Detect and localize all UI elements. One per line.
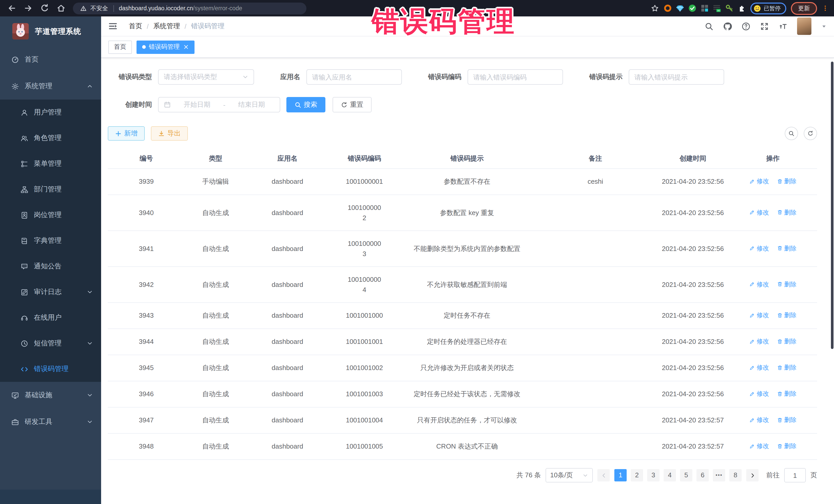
- page-scrollbar[interactable]: [831, 62, 833, 349]
- pager-page-4[interactable]: 4: [664, 469, 676, 481]
- edit-link[interactable]: 修改: [749, 337, 769, 346]
- start-date-placeholder[interactable]: 开始日期: [174, 100, 220, 109]
- forward-icon[interactable]: [24, 4, 33, 13]
- fullscreen-icon[interactable]: [760, 22, 769, 30]
- app-name-input[interactable]: [306, 69, 402, 85]
- help-icon[interactable]: [742, 22, 750, 30]
- close-icon[interactable]: [183, 44, 189, 50]
- pager-page-2[interactable]: 2: [631, 469, 643, 481]
- search-icon[interactable]: [705, 22, 714, 30]
- browser-update-button[interactable]: 更新: [791, 2, 817, 15]
- extension-gem-icon[interactable]: [676, 4, 684, 12]
- sidebar-item-user[interactable]: 用户管理: [0, 100, 101, 125]
- edit-link[interactable]: 修改: [749, 177, 769, 186]
- edit-link[interactable]: 修改: [749, 207, 769, 217]
- filter-error-type: 错误码类型 请选择错误码类型: [108, 69, 254, 85]
- delete-link[interactable]: 删除: [777, 243, 796, 253]
- next-page-button[interactable]: [746, 469, 759, 481]
- end-date-placeholder[interactable]: 结束日期: [228, 100, 275, 109]
- pager-page-8[interactable]: 8: [729, 469, 742, 481]
- back-icon[interactable]: [7, 4, 17, 13]
- sidebar-logo[interactable]: 芋道管理系统: [0, 17, 101, 46]
- toggle-search-button[interactable]: [785, 127, 798, 140]
- extension-puzzle-icon[interactable]: [738, 4, 746, 12]
- pager-page-1[interactable]: 1: [614, 469, 627, 481]
- chevron-down-icon[interactable]: [821, 23, 827, 29]
- sidebar-item-notice[interactable]: 通知公告: [0, 254, 101, 279]
- sidebar-item-sms[interactable]: 短信管理: [0, 330, 101, 356]
- profile-paused-badge[interactable]: 已暂停: [750, 2, 786, 14]
- edit-link[interactable]: 修改: [749, 243, 769, 253]
- pager-more-icon[interactable]: •••: [713, 469, 725, 481]
- browser-menu-icon[interactable]: [822, 4, 829, 12]
- delete-link[interactable]: 删除: [777, 389, 796, 398]
- delete-link[interactable]: 删除: [777, 363, 796, 372]
- cell-id: 3948: [108, 434, 185, 460]
- sidebar-item-online[interactable]: 在线用户: [0, 305, 101, 330]
- edit-link[interactable]: 修改: [749, 363, 769, 372]
- extension-greenv-icon[interactable]: [688, 4, 697, 12]
- edit-link[interactable]: 修改: [749, 280, 769, 289]
- tab-错误码管理[interactable]: 错误码管理: [136, 40, 195, 53]
- security-label[interactable]: 不安全: [90, 4, 108, 12]
- add-button[interactable]: 新增: [108, 126, 145, 140]
- edit-link[interactable]: 修改: [749, 415, 769, 424]
- delete-link[interactable]: 删除: [777, 280, 796, 289]
- address-bar[interactable]: 不安全 dashboard.yudao.iocoder.cn/system/er…: [73, 2, 306, 14]
- delete-link[interactable]: 删除: [777, 415, 796, 424]
- goto-page-input[interactable]: [784, 468, 806, 482]
- hamburger-icon[interactable]: [108, 22, 117, 31]
- github-icon[interactable]: [723, 22, 732, 30]
- sidebar-item-errcode[interactable]: 错误码管理: [0, 356, 101, 382]
- delete-link[interactable]: 删除: [777, 207, 796, 217]
- error-tip-input[interactable]: [629, 69, 724, 85]
- sidebar-item-system[interactable]: 系统管理: [0, 73, 101, 100]
- breadcrumb-item[interactable]: 系统管理: [153, 22, 180, 31]
- sidebar-item-post[interactable]: 岗位管理: [0, 202, 101, 228]
- delete-link[interactable]: 删除: [777, 177, 796, 186]
- fontsize-icon[interactable]: [778, 22, 787, 30]
- cell-app-name: dashboard: [246, 195, 328, 231]
- page-size-select[interactable]: 10条/页: [546, 468, 593, 482]
- date-range-picker[interactable]: 开始日期 - 结束日期: [158, 97, 280, 112]
- tab-首页[interactable]: 首页: [108, 40, 132, 53]
- extension-grid-icon[interactable]: [701, 4, 709, 12]
- edit-link[interactable]: 修改: [749, 389, 769, 398]
- sidebar-item-dept[interactable]: 部门管理: [0, 177, 101, 202]
- extension-key-icon[interactable]: [725, 4, 733, 12]
- sidebar-item-home[interactable]: 首页: [0, 46, 101, 73]
- pager-page-3[interactable]: 3: [647, 469, 659, 481]
- search-button[interactable]: 搜索: [286, 97, 325, 112]
- reload-icon[interactable]: [40, 4, 49, 13]
- home-icon[interactable]: [57, 4, 66, 13]
- error-type-select[interactable]: 请选择错误码类型: [158, 69, 254, 85]
- avatar[interactable]: [797, 18, 811, 35]
- delete-link[interactable]: 删除: [777, 337, 796, 346]
- cell-error-code: 1001001004: [328, 407, 400, 434]
- sidebar-collapse-bar[interactable]: [0, 490, 101, 504]
- edit-link[interactable]: 修改: [749, 441, 769, 451]
- edit-link[interactable]: 修改: [749, 310, 769, 320]
- cell-error-tip: 定时任务已经处于该状态，无需修改: [400, 381, 534, 407]
- pager-page-5[interactable]: 5: [680, 469, 692, 481]
- extension-ring-icon[interactable]: [664, 4, 672, 12]
- prev-page-button[interactable]: [597, 469, 610, 481]
- breadcrumb-item[interactable]: 首页: [129, 22, 142, 31]
- sidebar-item-infra[interactable]: 基础设施: [0, 382, 101, 409]
- extension-rowson-icon[interactable]: [713, 4, 721, 12]
- url-text[interactable]: dashboard.yudao.iocoder.cn/system/error-…: [119, 5, 242, 11]
- reset-button[interactable]: 重置: [333, 97, 372, 112]
- error-code-input[interactable]: [467, 69, 563, 85]
- refresh-button[interactable]: [804, 127, 817, 140]
- delete-link[interactable]: 删除: [777, 441, 796, 451]
- sidebar-item-dict[interactable]: 字典管理: [0, 228, 101, 254]
- sidebar-item-role[interactable]: 角色管理: [0, 125, 101, 151]
- pager-page-6[interactable]: 6: [697, 469, 709, 481]
- sidebar-item-menu[interactable]: 菜单管理: [0, 151, 101, 177]
- bookmark-star-icon[interactable]: [651, 4, 659, 12]
- sidebar-item-audit[interactable]: 审计日志: [0, 279, 101, 305]
- sidebar-item-tools[interactable]: 研发工具: [0, 409, 101, 435]
- export-button[interactable]: 导出: [151, 126, 188, 140]
- delete-link[interactable]: 删除: [777, 310, 796, 320]
- range-separator: -: [223, 101, 225, 109]
